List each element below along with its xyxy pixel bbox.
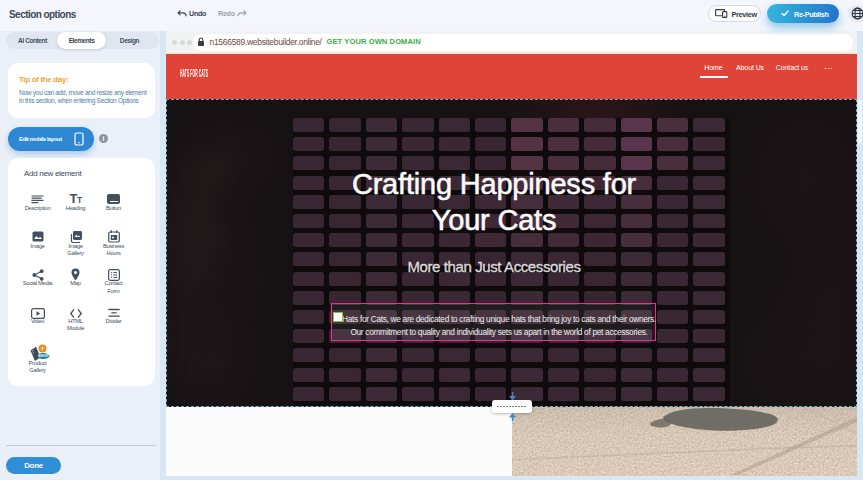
svg-text:SHOP: SHOP [38, 354, 49, 358]
